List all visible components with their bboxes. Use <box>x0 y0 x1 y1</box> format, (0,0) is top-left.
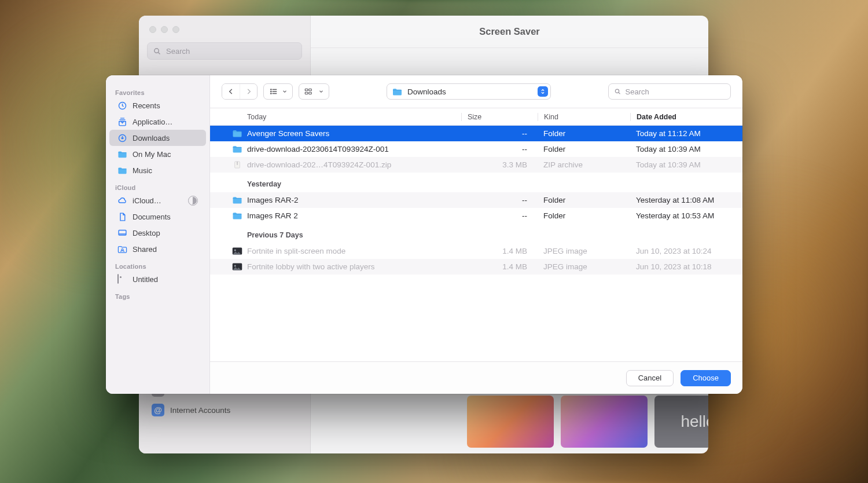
file-size: -- <box>461 129 538 138</box>
file-name: Images RAR 2 <box>247 211 461 220</box>
file-row[interactable]: Images RAR-2--FolderYesterday at 11:08 A… <box>210 192 742 208</box>
settings-title: Screen Saver <box>311 16 708 48</box>
file-row[interactable]: Avenger Screen Savers--FolderToday at 11… <box>210 126 742 141</box>
panel-sidebar: FavoritesRecentsApplicatio…DownloadsOn M… <box>106 75 210 394</box>
file-kind: Folder <box>538 196 630 204</box>
settings-search[interactable]: Search <box>147 42 302 60</box>
sidebar-item-iclouddrive[interactable]: iCloud… <box>109 192 206 208</box>
sidebar-item-untitled[interactable]: Untitled <box>109 271 206 287</box>
file-name: Fortnite lobby with two active players <box>247 262 461 271</box>
sidebar-item-label: On My Mac <box>133 150 171 159</box>
folder-icon <box>231 196 244 204</box>
file-kind: Folder <box>538 145 630 153</box>
chevron-right-icon <box>245 87 253 96</box>
settings-item-internet-accounts[interactable]: @ Internet Accounts <box>146 400 303 420</box>
sidebar-item-label: Applicatio… <box>133 118 172 126</box>
sidebar-item-label: Desktop <box>133 229 160 237</box>
sidebar-item-downloads[interactable]: Downloads <box>109 130 206 146</box>
folder-icon <box>231 145 244 153</box>
folder-icon <box>117 149 127 159</box>
sidebar-item-onmymac[interactable]: On My Mac <box>109 146 206 162</box>
file-kind: Folder <box>538 129 630 138</box>
chevron-down-icon <box>318 89 324 94</box>
svg-rect-17 <box>309 92 312 94</box>
min-dot[interactable] <box>161 26 168 33</box>
svg-rect-15 <box>305 92 308 94</box>
sidebar-item-applications[interactable]: Applicatio… <box>109 114 206 130</box>
sidebar-item-label: Untitled <box>133 275 158 284</box>
close-dot[interactable] <box>149 26 156 33</box>
updown-icon <box>540 89 546 94</box>
col-size-header[interactable]: Size <box>461 113 538 121</box>
search-icon <box>153 47 161 56</box>
sidebar-section-title: Favorites <box>106 83 209 97</box>
file-name: Images RAR-2 <box>247 196 461 204</box>
view-list-dropdown[interactable] <box>263 83 293 100</box>
file-date: Today at 10:39 AM <box>630 160 742 169</box>
sidebar-item-label: Recents <box>133 101 160 110</box>
storage-pie-icon <box>188 196 198 206</box>
sidebar-section-title: Locations <box>106 257 209 271</box>
chevron-down-icon <box>282 89 288 94</box>
svg-rect-21 <box>237 162 237 163</box>
window-controls[interactable] <box>139 20 310 39</box>
sidebar-item-label: Downloads <box>133 134 170 142</box>
sidebar-item-documents[interactable]: Documents <box>109 208 206 225</box>
svg-rect-14 <box>305 89 308 91</box>
forward-button[interactable] <box>240 84 257 99</box>
file-date: Yesterday at 10:53 AM <box>630 211 742 220</box>
svg-rect-22 <box>237 163 237 163</box>
sidebar-item-shared[interactable]: Shared <box>109 241 206 257</box>
max-dot[interactable] <box>172 26 179 33</box>
panel-search[interactable] <box>608 83 731 100</box>
file-name: drive-download-202…4T093924Z-001.zip <box>247 160 461 169</box>
shared-icon <box>117 244 127 254</box>
file-kind: ZIP archive <box>538 160 630 169</box>
settings-search-placeholder: Search <box>166 47 190 56</box>
file-list[interactable]: Avenger Screen Savers--FolderToday at 11… <box>210 126 742 361</box>
group-by-dropdown[interactable] <box>299 83 329 100</box>
file-name: Fortnite in split-screen mode <box>247 247 461 255</box>
thumb-hello[interactable]: hello <box>654 396 708 448</box>
col-name-header[interactable]: Today <box>231 113 461 121</box>
col-date-header[interactable]: Date Added <box>630 113 742 121</box>
file-size: 1.4 MB <box>461 247 538 255</box>
file-size: 3.3 MB <box>461 160 538 169</box>
sidebar-section-title: Tags <box>106 287 209 301</box>
back-button[interactable] <box>222 84 240 99</box>
disk-icon <box>117 275 127 284</box>
file-row[interactable]: drive-download-20230614T093924Z-001--Fol… <box>210 141 742 157</box>
cancel-button[interactable]: Cancel <box>626 370 674 386</box>
col-kind-header[interactable]: Kind <box>538 113 630 121</box>
svg-rect-23 <box>237 164 237 164</box>
sidebar-item-label: Shared <box>133 245 157 254</box>
open-panel: FavoritesRecentsApplicatio…DownloadsOn M… <box>106 75 742 394</box>
sidebar-item-recents[interactable]: Recents <box>109 97 206 114</box>
file-row[interactable]: Images RAR 2--FolderYesterday at 10:53 A… <box>210 208 742 224</box>
svg-point-13 <box>271 93 271 94</box>
at-icon: @ <box>152 404 164 416</box>
location-popup[interactable]: Downloads <box>387 83 551 100</box>
thumb-2[interactable] <box>561 396 648 448</box>
sidebar-item-desktop[interactable]: Desktop <box>109 225 206 241</box>
apps-icon <box>117 117 127 127</box>
svg-line-1 <box>159 52 160 54</box>
folder-icon <box>392 87 403 96</box>
thumb-1[interactable] <box>467 396 554 448</box>
svg-point-12 <box>271 91 271 92</box>
group-header: Yesterday <box>210 176 742 192</box>
sidebar-item-label: iCloud… <box>133 196 161 205</box>
download-icon <box>117 133 127 143</box>
sidebar-item-music[interactable]: Music <box>109 162 206 178</box>
file-size: -- <box>461 145 538 153</box>
search-icon <box>614 87 621 96</box>
choose-button[interactable]: Choose <box>681 370 731 386</box>
file-date: Jun 10, 2023 at 10:18 <box>630 262 742 271</box>
location-label: Downloads <box>407 87 446 96</box>
image-icon <box>231 247 244 255</box>
file-size: 1.4 MB <box>461 262 538 271</box>
location-caret <box>538 86 548 97</box>
svg-point-25 <box>234 250 236 251</box>
clock-icon <box>117 101 127 111</box>
panel-search-input[interactable] <box>626 87 725 96</box>
